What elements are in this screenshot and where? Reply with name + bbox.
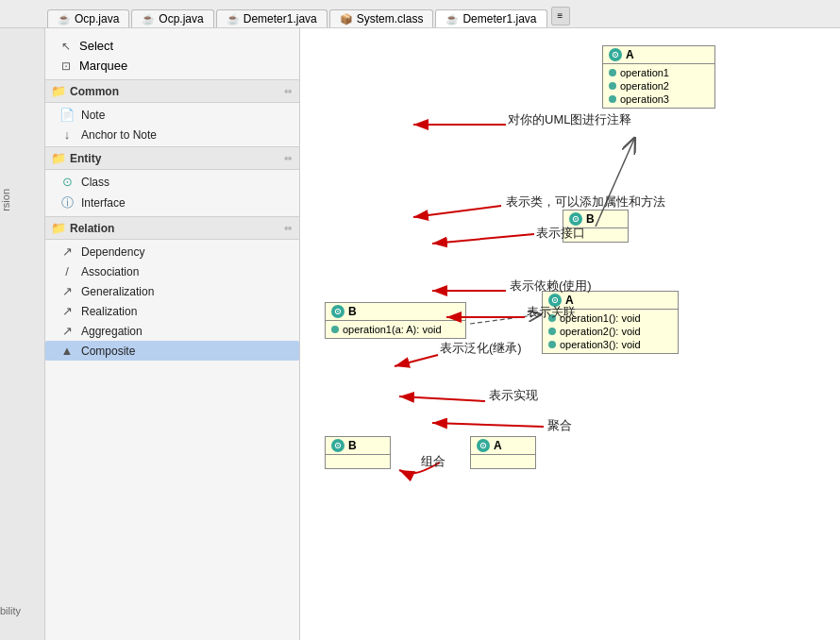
entity-folder-icon: 📁 [51, 151, 66, 165]
uml-method-label-2: operation3 [620, 93, 669, 105]
uml-method-0: operation1 [609, 66, 709, 79]
uml-title-bot-a: A [494, 439, 502, 452]
anchor-icon: ↓ [59, 127, 76, 142]
composite-label: Composite [81, 345, 135, 358]
method-dot-mid-b-0 [331, 326, 339, 333]
entity-items: ⊙ Class ⓘ Interface [45, 170, 299, 216]
uml-class-icon-mid-b: ⊙ [331, 305, 344, 318]
uml-title-bot-b: B [348, 439, 357, 452]
marquee-icon: ⊡ [59, 59, 74, 73]
section-entity-header[interactable]: 📁 Entity ⇔ [45, 146, 299, 170]
interface-icon: ⓘ [59, 194, 76, 211]
palette-generalization[interactable]: ↗ Generalization [45, 281, 299, 301]
tool-select-label: Select [79, 39, 113, 53]
uml-method-label-1: operation2 [620, 80, 669, 92]
uml-class-icon-top-b: ⊙ [569, 212, 582, 226]
tool-select[interactable]: ↖ Select [53, 36, 292, 56]
version-label: rsion [0, 189, 11, 211]
svg-line-4 [413, 206, 501, 217]
interface-label: Interface [81, 196, 126, 210]
relation-folder-icon: 📁 [51, 221, 66, 235]
section-common-label: Common [70, 85, 119, 98]
uml-box-mid-a: ⊙ A operation1(): void operation2(): voi… [542, 291, 679, 354]
uml-body-mid-b: operation1(a: A): void [326, 321, 465, 338]
uml-method-label-0: operation1 [620, 67, 669, 78]
uml-method-1: operation2 [609, 79, 709, 93]
palette-class[interactable]: ⊙ Class [45, 172, 299, 192]
tools-section: ↖ Select ⊡ Marquee [45, 32, 299, 79]
method-dot-0 [609, 69, 616, 76]
svg-line-8 [395, 355, 438, 366]
tab-0[interactable]: ☕ Ocp.java [47, 9, 129, 27]
uml-header-top-a: ⊙ A [603, 46, 714, 64]
tab-icon-1: ☕ [142, 13, 155, 25]
tab-icon-3: 📦 [340, 13, 353, 25]
method-dot-mid-a-2 [548, 341, 556, 348]
annotation-aggregation: 聚合 [547, 417, 572, 434]
palette-association[interactable]: / Association [45, 261, 299, 281]
tab-label-4: Demeter1.java [462, 12, 536, 25]
uml-body-bot-b [326, 455, 390, 468]
uml-method-label-mid-a-2: operation3(): void [560, 339, 641, 350]
section-common-header[interactable]: 📁 Common ⇔ [45, 79, 299, 103]
realization-label: Realization [81, 305, 137, 318]
annotation-association: 表示关联 [527, 304, 576, 321]
canvas-area[interactable]: ⊙ A operation1 operation2 operation3 [300, 28, 840, 640]
uml-class-icon-bot-a: ⊙ [477, 439, 490, 452]
palette-aggregation[interactable]: ↗ Aggregation [45, 321, 299, 341]
uml-box-bot-a: ⊙ A [470, 436, 536, 469]
annotation-note: 对你的UML图进行注释 [508, 111, 631, 128]
realization-icon: ↗ [59, 304, 76, 318]
tab-label-1: Ocp.java [159, 12, 203, 25]
note-label: Note [81, 109, 105, 122]
uml-header-bot-a: ⊙ A [471, 437, 535, 455]
sidebar-palette: ↖ Select ⊡ Marquee 📁 Common ⇔ 📄 Note ↓ [45, 28, 300, 640]
aggregation-label: Aggregation [81, 325, 143, 338]
association-icon: / [59, 264, 76, 278]
palette-anchor-to-note[interactable]: ↓ Anchor to Note [45, 125, 299, 144]
palette-note[interactable]: 📄 Note [45, 105, 299, 125]
common-folder-icon: 📁 [51, 84, 66, 98]
composite-icon: ▲ [59, 344, 76, 358]
tab-4[interactable]: ☕ Demeter1.java [435, 9, 546, 27]
association-label: Association [81, 265, 139, 278]
svg-line-9 [399, 396, 485, 401]
uml-header-bot-b: ⊙ B [326, 437, 390, 455]
common-pin-icon: ⇔ [284, 86, 292, 96]
select-icon: ↖ [59, 40, 74, 53]
tab-overflow-button[interactable]: ≡ [551, 7, 570, 25]
section-relation-header[interactable]: 📁 Relation ⇔ [45, 216, 299, 240]
relation-items: ↗ Dependency / Association ↗ Generalizat… [45, 240, 299, 362]
tool-marquee[interactable]: ⊡ Marquee [53, 56, 292, 76]
entity-pin-icon: ⇔ [284, 153, 292, 163]
annotation-generalization: 表示泛化(继承) [440, 340, 522, 357]
class-icon: ⊙ [59, 175, 76, 189]
tab-2[interactable]: ☕ Demeter1.java [216, 9, 328, 27]
uml-method-2: operation3 [609, 93, 709, 106]
tab-icon-2: ☕ [227, 13, 240, 25]
palette-realization[interactable]: ↗ Realization [45, 301, 299, 321]
tab-icon-4: ☕ [445, 13, 459, 25]
uml-box-mid-b: ⊙ B operation1(a: A): void [325, 302, 466, 339]
tab-1[interactable]: ☕ Ocp.java [131, 9, 213, 27]
annotation-class: 表示类，可以添加属性和方法 [506, 194, 665, 211]
uml-method-label-mid-a-1: operation2(): void [560, 326, 641, 337]
uml-title-mid-b: B [348, 305, 357, 318]
relation-pin-icon: ⇔ [284, 223, 292, 233]
tab-label-2: Demeter1.java [244, 12, 317, 25]
class-label: Class [81, 176, 109, 189]
annotation-realization: 表示实现 [489, 387, 538, 404]
tab-bar: ☕ Ocp.java ☕ Ocp.java ☕ Demeter1.java 📦 … [0, 0, 840, 28]
common-items: 📄 Note ↓ Anchor to Note [45, 103, 299, 146]
main-area: rsion bility ↖ Select ⊡ Marquee 📁 Common… [0, 28, 840, 640]
uml-method-mid-a-2: operation3(): void [548, 338, 672, 351]
palette-dependency[interactable]: ↗ Dependency [45, 242, 299, 261]
tab-3[interactable]: 📦 System.class [329, 9, 434, 27]
palette-interface[interactable]: ⓘ Interface [45, 192, 299, 214]
method-dot-1 [609, 82, 616, 90]
method-dot-2 [609, 95, 616, 103]
palette-composite[interactable]: ▲ Composite [45, 341, 299, 361]
tab-label-0: Ocp.java [75, 12, 119, 25]
tab-label-3: System.class [357, 12, 424, 25]
uml-title-top-a: A [626, 48, 634, 61]
